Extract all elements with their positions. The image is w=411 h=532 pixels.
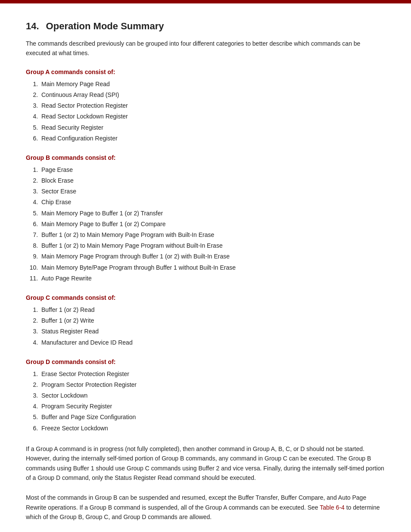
group-b-block: Group B commands consist of: Page EraseB… — [26, 154, 385, 284]
list-item: Buffer and Page Size Configuration — [40, 412, 385, 423]
group-b-list: Page EraseBlock EraseSector EraseChip Er… — [40, 165, 385, 284]
list-item: Manufacturer and Device ID Read — [40, 337, 385, 348]
list-item: Program Security Register — [40, 401, 385, 412]
list-item: Main Memory Page Read — [40, 79, 385, 90]
list-item: Auto Page Rewrite — [40, 273, 385, 284]
main-content: 14. Operation Mode Summary The commands … — [0, 3, 411, 532]
list-item: Page Erase — [40, 165, 385, 175]
group-d-block: Group D commands consist of: Erase Secto… — [26, 358, 385, 434]
list-item: Read Security Register — [40, 122, 385, 133]
group-a-list: Main Memory Page ReadContinuous Array Re… — [40, 79, 385, 144]
group-c-heading: Group C commands consist of: — [26, 294, 385, 301]
list-item: Chip Erase — [40, 197, 385, 208]
section-header: 14. Operation Mode Summary — [26, 21, 385, 32]
list-item: Buffer 1 (or 2) Write — [40, 315, 385, 326]
list-item: Status Register Read — [40, 326, 385, 337]
list-item: Main Memory Page to Buffer 1 (or 2) Tran… — [40, 208, 385, 219]
section-number: 14. — [26, 21, 39, 32]
list-item: Read Configuration Register — [40, 133, 385, 144]
list-item: Read Sector Lockdown Register — [40, 111, 385, 122]
group-b-heading: Group B commands consist of: — [26, 154, 385, 161]
intro-paragraph: The commands described previously can be… — [26, 39, 385, 58]
group-a-heading: Group A commands consist of: — [26, 68, 385, 75]
list-item: Continuous Array Read (SPI) — [40, 90, 385, 100]
group-c-block: Group C commands consist of: Buffer 1 (o… — [26, 294, 385, 348]
list-item: Freeze Sector Lockdown — [40, 423, 385, 434]
group-c-list: Buffer 1 (or 2) ReadBuffer 1 (or 2) Writ… — [40, 305, 385, 348]
group-a-block: Group A commands consist of: Main Memory… — [26, 68, 385, 144]
list-item: Buffer 1 (or 2) to Main Memory Page Prog… — [40, 230, 385, 240]
list-item: Block Erase — [40, 175, 385, 186]
group-d-list: Erase Sector Protection RegisterProgram … — [40, 369, 385, 434]
closing-text-2: Most of the commands in Group B can be s… — [26, 494, 366, 510]
top-bar — [0, 0, 411, 3]
closing-paragraph-1: If a Group A command is in progress (not… — [26, 444, 385, 483]
table-link[interactable]: Table 6-4 — [320, 504, 345, 511]
list-item: Buffer 1 (or 2) to Main Memory Page Prog… — [40, 240, 385, 251]
list-item: Erase Sector Protection Register — [40, 369, 385, 380]
list-item: Buffer 1 (or 2) Read — [40, 305, 385, 315]
list-item: Main Memory Page Program through Buffer … — [40, 251, 385, 262]
closing-paragraph-2: Most of the commands in Group B can be s… — [26, 493, 385, 522]
section-title: Operation Mode Summary — [46, 21, 164, 32]
list-item: Sector Lockdown — [40, 390, 385, 401]
list-item: Read Sector Protection Register — [40, 100, 385, 111]
list-item: Program Sector Protection Register — [40, 380, 385, 390]
group-d-heading: Group D commands consist of: — [26, 358, 385, 365]
list-item: Main Memory Byte/Page Program through Bu… — [40, 262, 385, 273]
list-item: Main Memory Page to Buffer 1 (or 2) Comp… — [40, 219, 385, 230]
list-item: Sector Erase — [40, 186, 385, 197]
